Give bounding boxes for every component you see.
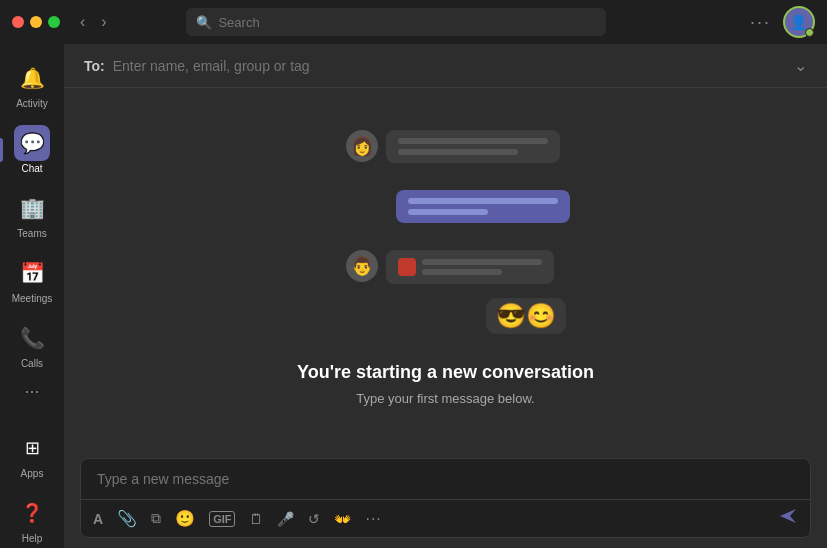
search-bar[interactable]: 🔍 xyxy=(186,8,606,36)
sidebar-item-meetings[interactable]: 📅 Meetings xyxy=(0,247,64,312)
bubble-1 xyxy=(386,130,560,163)
illustration: 👩 👨 xyxy=(306,130,586,330)
forward-button[interactable]: › xyxy=(97,11,110,33)
sidebar-item-teams[interactable]: 🏢 Teams xyxy=(0,182,64,247)
recipient-input[interactable] xyxy=(113,58,794,74)
msg-row-1: 👩 xyxy=(346,130,560,163)
sidebar-item-help[interactable]: ❓ Help xyxy=(0,487,64,548)
message-input[interactable] xyxy=(81,459,810,499)
conversation-subtitle: Type your first message below. xyxy=(356,391,534,406)
gif-icon[interactable]: GIF xyxy=(209,511,235,527)
bubble-2 xyxy=(396,190,570,223)
activity-icon: 🔔 xyxy=(14,60,50,96)
attach-icon[interactable]: 📎 xyxy=(117,509,137,528)
msg-line xyxy=(408,198,558,204)
to-label: To: xyxy=(84,58,105,74)
msg-line xyxy=(398,138,548,144)
calls-icon: 📞 xyxy=(14,320,50,356)
traffic-lights xyxy=(12,16,60,28)
sticker-icon[interactable]: 🗒 xyxy=(249,511,263,527)
msg-line xyxy=(422,269,502,275)
close-button[interactable] xyxy=(12,16,24,28)
search-icon: 🔍 xyxy=(196,15,212,30)
more-options-button[interactable]: ··· xyxy=(750,12,771,33)
format-text-icon[interactable]: A xyxy=(93,511,103,527)
help-icon: ❓ xyxy=(14,495,50,531)
sidebar-item-calls[interactable]: 📞 Calls xyxy=(0,312,64,377)
meetings-icon: 📅 xyxy=(14,255,50,291)
sidebar-label-activity: Activity xyxy=(16,98,48,109)
emoji-icon[interactable]: 🙂 xyxy=(175,509,195,528)
sidebar-label-chat: Chat xyxy=(21,163,42,174)
to-bar: To: ⌄ xyxy=(64,44,827,88)
msg-line xyxy=(408,209,488,215)
search-input[interactable] xyxy=(218,15,596,30)
teams-icon: 🏢 xyxy=(14,190,50,226)
chevron-down-icon: ⌄ xyxy=(794,56,807,75)
sidebar-label-meetings: Meetings xyxy=(12,293,53,304)
msg-line xyxy=(422,259,542,265)
sidebar-label-teams: Teams xyxy=(17,228,46,239)
maximize-button[interactable] xyxy=(48,16,60,28)
sidebar-item-chat[interactable]: 💬 Chat xyxy=(0,117,64,182)
message-area: A 📎 ⧉ 🙂 GIF 🗒 🎤 ↺ 👐 ··· xyxy=(64,448,827,548)
loop2-icon[interactable]: ↺ xyxy=(308,511,320,527)
more-toolbar-icon[interactable]: ··· xyxy=(365,510,381,528)
sidebar-item-apps[interactable]: ⊞ Apps xyxy=(0,422,64,487)
msg-row-2 xyxy=(396,190,570,223)
message-box: A 📎 ⧉ 🙂 GIF 🗒 🎤 ↺ 👐 ··· xyxy=(80,458,811,538)
bubble-3 xyxy=(386,250,554,284)
titlebar: ‹ › 🔍 ··· 👤 xyxy=(0,0,827,44)
main-layout: 🔔 Activity 💬 Chat 🏢 Teams 📅 Meetings 📞 C… xyxy=(0,44,827,548)
avatar[interactable]: 👤 xyxy=(783,6,815,38)
apps-icon: ⊞ xyxy=(14,430,50,466)
content-area: To: ⌄ 👩 xyxy=(64,44,827,548)
msg-row-4: 🧑 😎😊 xyxy=(486,298,566,334)
msg-line xyxy=(398,149,518,155)
file-icon xyxy=(398,258,416,276)
conversation-title: You're starting a new conversation xyxy=(297,362,594,383)
sidebar-label-calls: Calls xyxy=(21,358,43,369)
minimize-button[interactable] xyxy=(30,16,42,28)
loop-icon[interactable]: ⧉ xyxy=(151,510,161,527)
chat-area: 👩 👨 xyxy=(64,88,827,448)
status-indicator xyxy=(805,28,814,37)
chat-icon: 💬 xyxy=(14,125,50,161)
msg-row-3: 👨 xyxy=(346,250,554,284)
avatar-2: 👨 xyxy=(346,250,378,282)
schedule-icon[interactable]: 🎤 xyxy=(277,511,294,527)
avatar-1: 👩 xyxy=(346,130,378,162)
emoji-bubble: 😎😊 xyxy=(486,298,566,334)
more-apps-button[interactable]: ··· xyxy=(20,377,43,406)
back-button[interactable]: ‹ xyxy=(76,11,89,33)
send-button[interactable] xyxy=(778,506,798,531)
sidebar-label-help: Help xyxy=(22,533,43,544)
sidebar-label-apps: Apps xyxy=(21,468,44,479)
titlebar-right: ··· 👤 xyxy=(750,6,815,38)
praise-icon[interactable]: 👐 xyxy=(334,511,351,527)
message-toolbar: A 📎 ⧉ 🙂 GIF 🗒 🎤 ↺ 👐 ··· xyxy=(81,499,810,537)
sidebar-item-activity[interactable]: 🔔 Activity xyxy=(0,52,64,117)
sidebar: 🔔 Activity 💬 Chat 🏢 Teams 📅 Meetings 📞 C… xyxy=(0,44,64,548)
